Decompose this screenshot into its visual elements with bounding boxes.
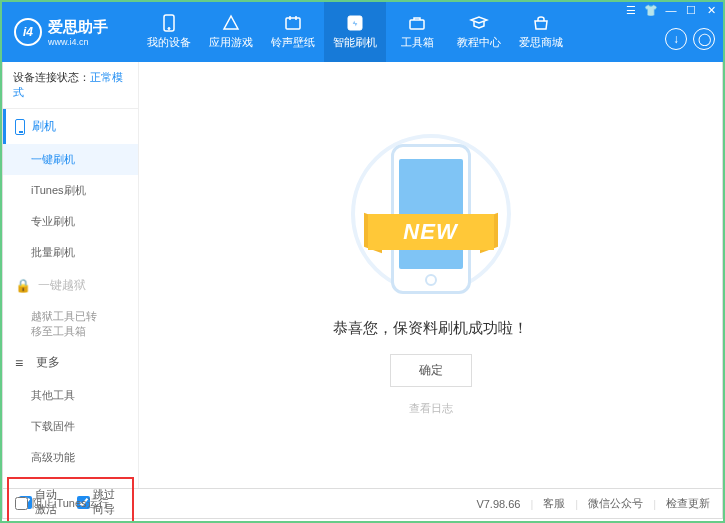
- jailbreak-note: 越狱工具已转移至工具箱: [3, 303, 113, 345]
- sidebar-item-batch-flash[interactable]: 批量刷机: [3, 237, 138, 268]
- status-bar: 设备连接状态：正常模式: [3, 62, 138, 109]
- sidebar-section-more[interactable]: 更多: [3, 345, 138, 380]
- title-bar: i4 爱思助手 www.i4.cn 我的设备 应用游戏 铃声壁纸 智能刷机 工具…: [2, 2, 723, 62]
- block-itunes-checkbox[interactable]: 阻止iTunes运行: [15, 496, 109, 511]
- new-ribbon: NEW: [368, 214, 494, 250]
- menu-icon[interactable]: ☰: [623, 4, 639, 17]
- nav-toolbox[interactable]: 工具箱: [386, 2, 448, 62]
- success-illustration: NEW: [356, 134, 506, 304]
- svg-rect-4: [410, 20, 424, 29]
- service-link[interactable]: 客服: [543, 496, 565, 511]
- close-button[interactable]: ✕: [703, 4, 719, 17]
- sidebar: 设备连接状态：正常模式 刷机 一键刷机 iTunes刷机 专业刷机 批量刷机 🔒…: [3, 62, 139, 488]
- sidebar-section-jailbreak: 🔒一键越狱: [3, 268, 138, 303]
- nav-smart-flash[interactable]: 智能刷机: [324, 2, 386, 62]
- wechat-link[interactable]: 微信公众号: [588, 496, 643, 511]
- nav-store[interactable]: 爱思商城: [510, 2, 572, 62]
- sidebar-item-other-tools[interactable]: 其他工具: [3, 380, 138, 411]
- content-area: NEW 恭喜您，保资料刷机成功啦！ 确定 查看日志: [139, 62, 722, 488]
- sidebar-item-itunes-flash[interactable]: iTunes刷机: [3, 175, 138, 206]
- svg-rect-2: [286, 18, 300, 29]
- sidebar-item-pro-flash[interactable]: 专业刷机: [3, 206, 138, 237]
- lock-icon: 🔒: [15, 278, 31, 293]
- nav-tutorials[interactable]: 教程中心: [448, 2, 510, 62]
- app-website: www.i4.cn: [48, 37, 108, 47]
- maximize-button[interactable]: ☐: [683, 4, 699, 17]
- nav-apps-games[interactable]: 应用游戏: [200, 2, 262, 62]
- app-name: 爱思助手: [48, 18, 108, 37]
- user-icon[interactable]: ◯: [693, 28, 715, 50]
- success-message: 恭喜您，保资料刷机成功啦！: [333, 319, 528, 338]
- ok-button[interactable]: 确定: [390, 354, 472, 387]
- skin-icon[interactable]: 👕: [643, 4, 659, 17]
- sidebar-item-download-firmware[interactable]: 下载固件: [3, 411, 138, 442]
- nav-my-device[interactable]: 我的设备: [138, 2, 200, 62]
- sidebar-section-flash[interactable]: 刷机: [3, 109, 138, 144]
- sidebar-item-advanced[interactable]: 高级功能: [3, 442, 138, 473]
- view-log-link[interactable]: 查看日志: [409, 401, 453, 416]
- phone-icon: [15, 119, 25, 135]
- svg-point-1: [168, 28, 170, 30]
- download-icon[interactable]: ↓: [665, 28, 687, 50]
- logo: i4 爱思助手 www.i4.cn: [2, 18, 138, 47]
- update-link[interactable]: 检查更新: [666, 496, 710, 511]
- list-icon: [15, 355, 29, 371]
- minimize-button[interactable]: —: [663, 4, 679, 17]
- version-label: V7.98.66: [476, 498, 520, 510]
- nav-ringtones[interactable]: 铃声壁纸: [262, 2, 324, 62]
- window-controls: ☰ 👕 — ☐ ✕: [623, 4, 719, 17]
- sidebar-item-oneclick-flash[interactable]: 一键刷机: [3, 144, 138, 175]
